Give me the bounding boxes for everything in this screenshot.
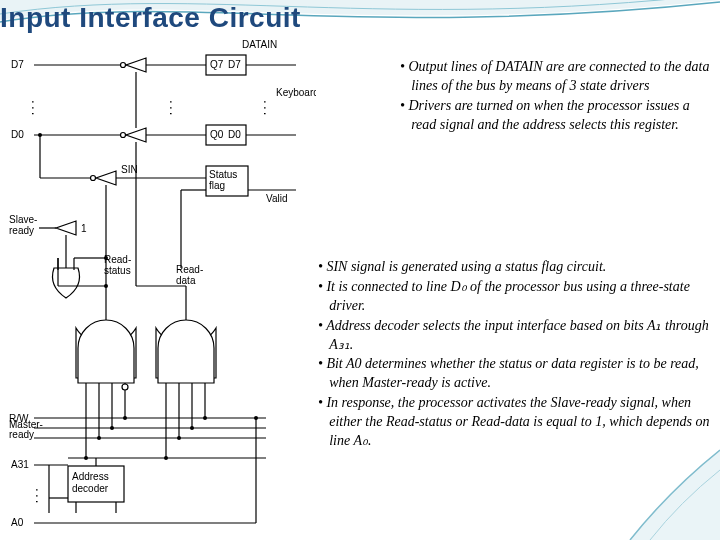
svg-point-66 (122, 384, 128, 390)
svg-text:SIN: SIN (121, 164, 138, 175)
bullet-block-2: • SIN signal is generated using a status… (318, 258, 713, 452)
svg-point-79 (97, 436, 101, 440)
svg-point-77 (110, 426, 114, 430)
svg-text:D7: D7 (11, 59, 24, 70)
svg-point-75 (123, 416, 127, 420)
svg-marker-43 (56, 221, 76, 235)
svg-text:ready: ready (9, 429, 34, 440)
svg-point-4 (121, 63, 126, 68)
bullet-block-1: • Output lines of DATAIN are are connect… (400, 58, 710, 136)
svg-text:Read-: Read- (104, 254, 131, 265)
svg-point-81 (84, 456, 88, 460)
svg-text:...: ... (261, 100, 277, 118)
bullet-item: • Drivers are turned on when the process… (400, 97, 710, 135)
svg-point-96 (254, 416, 258, 420)
svg-text:Read-: Read- (176, 264, 203, 275)
svg-text:A0: A0 (11, 517, 24, 528)
svg-text:status: status (104, 265, 131, 276)
svg-text:Address: Address (72, 471, 109, 482)
svg-text:...: ... (167, 100, 183, 118)
svg-text:data: data (176, 275, 196, 286)
svg-text:A31: A31 (11, 459, 29, 470)
slide-title: Input Interface Circuit (0, 2, 301, 34)
svg-point-61 (104, 284, 108, 288)
bullet-item: • Address decoder selects the input inte… (318, 317, 713, 355)
svg-point-76 (203, 416, 207, 420)
svg-point-29 (91, 176, 96, 181)
svg-text:flag: flag (209, 180, 225, 191)
bullet-item: • In response, the processor activates t… (318, 394, 713, 451)
bullet-item: • It is connected to line D₀ of the proc… (318, 278, 713, 316)
svg-text:Slave-: Slave- (9, 214, 37, 225)
svg-text:DATAIN: DATAIN (242, 39, 277, 50)
bullet-item: • Bit A0 determines whether the status o… (318, 355, 713, 393)
svg-point-78 (190, 426, 194, 430)
svg-text:ready: ready (9, 225, 34, 236)
svg-text:Valid: Valid (266, 193, 288, 204)
svg-text:Q7: Q7 (210, 59, 224, 70)
svg-text:1: 1 (81, 223, 87, 234)
svg-text:D0: D0 (228, 129, 241, 140)
bullet-item: • SIN signal is generated using a status… (318, 258, 713, 277)
svg-marker-28 (96, 171, 116, 185)
svg-text:Keyboard data: Keyboard data (276, 87, 316, 98)
svg-text:...: ... (33, 488, 49, 506)
svg-text:Status: Status (209, 169, 237, 180)
svg-text:D0: D0 (11, 129, 24, 140)
svg-point-82 (164, 456, 168, 460)
svg-text:D7: D7 (228, 59, 241, 70)
svg-marker-3 (126, 58, 146, 72)
bullet-item: • Output lines of DATAIN are are connect… (400, 58, 710, 96)
svg-text:decoder: decoder (72, 483, 109, 494)
svg-point-80 (177, 436, 181, 440)
svg-text:...: ... (29, 100, 45, 118)
circuit-diagram: DATAIN D7 Q7 D7 ... ... ... Keyboard dat… (6, 38, 316, 530)
svg-text:Q0: Q0 (210, 129, 224, 140)
svg-point-17 (121, 133, 126, 138)
svg-marker-16 (126, 128, 146, 142)
